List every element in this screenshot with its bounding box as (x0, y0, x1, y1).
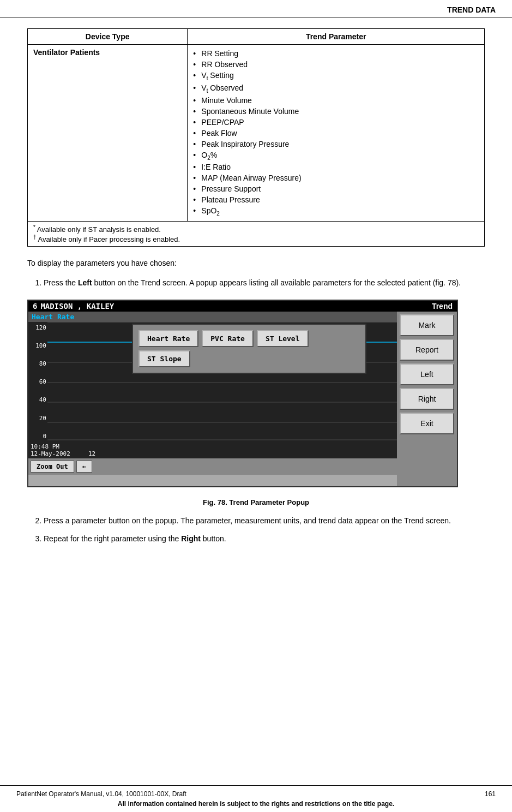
sidebar-buttons: Mark Report Left Right Exit (397, 312, 457, 486)
instructions-list: Press the Left button on the Trend scree… (27, 277, 485, 289)
popup-box: Heart Rate PVC Rate ST Level ST Slope (132, 324, 366, 374)
chart-area: Heart Rate 120 100 80 60 40 20 0 (28, 312, 397, 486)
patient-name: MADISON , KAILEY (40, 302, 114, 311)
popup-buttons: Heart Rate PVC Rate ST Level ST Slope (138, 330, 360, 367)
list-item: I:E Ratio (193, 162, 479, 172)
list-item: RR Observed (193, 59, 479, 70)
mark-button[interactable]: Mark (400, 314, 454, 336)
footnote1: * Available only if ST analysis is enabl… (33, 224, 479, 234)
page-header: TREND DATA (0, 0, 512, 17)
report-button[interactable]: Report (400, 339, 454, 361)
col1-header: Device Type (28, 29, 188, 45)
list-item: Pressure Support (193, 183, 479, 194)
footnote-cell: * Available only if ST analysis is enabl… (28, 222, 485, 247)
patient-num: 6 (33, 302, 37, 311)
step1-bold: Left (78, 278, 92, 287)
footer-left: PatientNet Operator's Manual, v1.04, 100… (16, 790, 186, 798)
fig-caption: Fig. 78. Trend Parameter Popup (27, 498, 485, 506)
footer-disclaimer: All information contained herein is subj… (16, 800, 496, 808)
popup-btn-st-slope[interactable]: ST Slope (138, 350, 190, 367)
screen-top-bar: 6 MADISON , KAILEY Trend (28, 301, 457, 312)
step3-bold: Right (181, 534, 201, 543)
popup-btn-heart-rate[interactable]: Heart Rate (138, 330, 198, 347)
trend-label: Trend (432, 302, 453, 311)
device-screen: 6 MADISON , KAILEY Trend Heart Rate (27, 300, 458, 487)
list-item: SpO2 (193, 205, 479, 218)
device-screen-wrapper: 6 MADISON , KAILEY Trend Heart Rate (27, 300, 485, 487)
param-cell: RR Setting RR Observed Vt Setting Vt Obs… (188, 45, 485, 222)
list-item: MAP (Mean Airway Pressure) (193, 172, 479, 183)
step2: Press a parameter button on the popup. T… (44, 515, 485, 527)
list-item: Spontaneous Minute Volume (193, 106, 479, 117)
popup-overlay: Heart Rate PVC Rate ST Level ST Slope (28, 312, 397, 486)
list-item: Vt Observed (193, 82, 479, 95)
instructions-list-2: Press a parameter button on the popup. T… (27, 515, 485, 545)
footnote2: † Available only if Pacer processing is … (33, 234, 479, 243)
popup-btn-pvc-rate[interactable]: PVC Rate (202, 330, 254, 347)
popup-btn-st-level[interactable]: ST Level (257, 330, 309, 347)
screen-main: Heart Rate 120 100 80 60 40 20 0 (28, 312, 457, 486)
list-item: RR Setting (193, 48, 479, 59)
step1: Press the Left button on the Trend scree… (44, 277, 485, 289)
list-item: Peak Inspiratory Pressure (193, 139, 479, 150)
main-content: Device Type Trend Parameter Ventilator P… (0, 17, 512, 564)
right-button[interactable]: Right (400, 388, 454, 410)
footer-top: PatientNet Operator's Manual, v1.04, 100… (16, 790, 496, 798)
device-type-cell: Ventilator Patients (28, 45, 188, 222)
list-item: Minute Volume (193, 95, 479, 106)
device-type-label: Ventilator Patients (33, 48, 100, 57)
list-item: O2% (193, 150, 479, 162)
list-item: Plateau Pressure (193, 194, 479, 205)
step3: Repeat for the right parameter using the… (44, 533, 485, 545)
header-title: TREND DATA (447, 5, 496, 14)
footer-right: 161 (485, 790, 496, 798)
list-item: Vt Setting (193, 70, 479, 82)
list-item: Peak Flow (193, 128, 479, 139)
list-item: PEEP/CPAP (193, 117, 479, 128)
page-footer: PatientNet Operator's Manual, v1.04, 100… (0, 785, 512, 812)
exit-button[interactable]: Exit (400, 413, 454, 434)
intro-text: To display the parameters you have chose… (27, 258, 485, 269)
col2-header: Trend Parameter (188, 29, 485, 45)
trend-table: Device Type Trend Parameter Ventilator P… (27, 28, 485, 247)
param-list: RR Setting RR Observed Vt Setting Vt Obs… (193, 48, 479, 218)
left-button[interactable]: Left (400, 363, 454, 385)
patient-info: 6 MADISON , KAILEY (33, 302, 114, 311)
